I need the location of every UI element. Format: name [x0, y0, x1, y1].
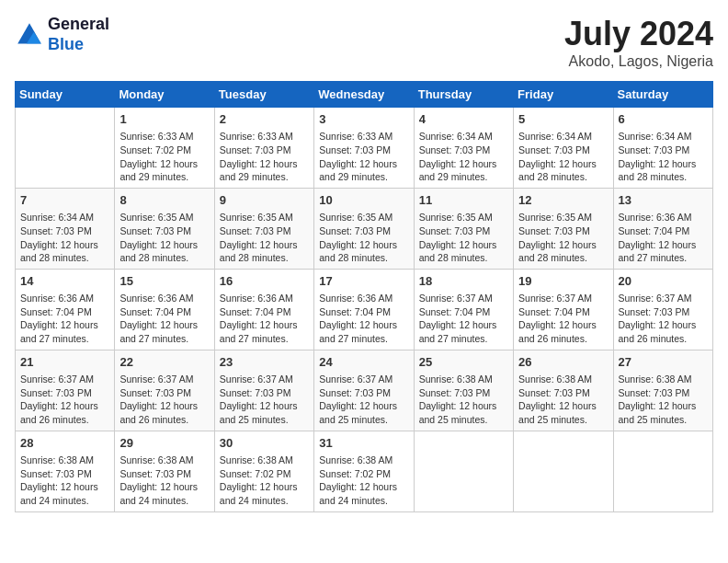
day-number: 15	[119, 273, 209, 290]
day-info: Sunrise: 6:36 AM Sunset: 7:04 PM Dayligh…	[119, 292, 209, 346]
day-number: 22	[119, 354, 209, 371]
day-number: 2	[220, 111, 309, 128]
day-info: Sunrise: 6:37 AM Sunset: 7:03 PM Dayligh…	[220, 373, 309, 427]
day-number: 29	[119, 435, 209, 452]
calendar-cell: 25Sunrise: 6:38 AM Sunset: 7:03 PM Dayli…	[414, 350, 513, 431]
calendar-cell: 21Sunrise: 6:37 AM Sunset: 7:03 PM Dayli…	[16, 350, 115, 431]
day-number: 23	[220, 354, 309, 371]
calendar-cell	[414, 431, 513, 511]
calendar-cell: 18Sunrise: 6:37 AM Sunset: 7:04 PM Dayli…	[414, 269, 513, 350]
day-number: 20	[619, 273, 708, 290]
day-info: Sunrise: 6:34 AM Sunset: 7:03 PM Dayligh…	[20, 211, 109, 265]
day-info: Sunrise: 6:36 AM Sunset: 7:04 PM Dayligh…	[220, 292, 309, 346]
day-info: Sunrise: 6:37 AM Sunset: 7:03 PM Dayligh…	[319, 373, 408, 427]
day-number: 25	[419, 354, 508, 371]
week-row-3: 14Sunrise: 6:36 AM Sunset: 7:04 PM Dayli…	[16, 269, 713, 350]
day-number: 13	[619, 192, 708, 209]
column-header-wednesday: Wednesday	[314, 82, 414, 108]
calendar-cell: 8Sunrise: 6:35 AM Sunset: 7:03 PM Daylig…	[115, 188, 214, 269]
calendar-cell: 30Sunrise: 6:38 AM Sunset: 7:02 PM Dayli…	[214, 431, 313, 511]
calendar-cell: 22Sunrise: 6:37 AM Sunset: 7:03 PM Dayli…	[115, 350, 214, 431]
day-number: 28	[20, 435, 109, 452]
calendar-cell: 20Sunrise: 6:37 AM Sunset: 7:03 PM Dayli…	[613, 269, 712, 350]
day-info: Sunrise: 6:36 AM Sunset: 7:04 PM Dayligh…	[619, 211, 708, 265]
calendar-cell	[613, 431, 712, 511]
day-number: 27	[619, 354, 708, 371]
day-number: 31	[319, 435, 408, 452]
calendar-cell: 27Sunrise: 6:38 AM Sunset: 7:03 PM Dayli…	[613, 350, 712, 431]
month-year-title: July 2024	[564, 15, 713, 53]
day-number: 9	[220, 192, 309, 209]
day-info: Sunrise: 6:35 AM Sunset: 7:03 PM Dayligh…	[518, 211, 608, 265]
title-section: July 2024 Akodo, Lagos, Nigeria	[564, 15, 713, 70]
calendar-cell: 13Sunrise: 6:36 AM Sunset: 7:04 PM Dayli…	[613, 188, 712, 269]
calendar-cell: 17Sunrise: 6:36 AM Sunset: 7:04 PM Dayli…	[314, 269, 414, 350]
calendar-cell: 5Sunrise: 6:34 AM Sunset: 7:03 PM Daylig…	[514, 108, 613, 189]
week-row-2: 7Sunrise: 6:34 AM Sunset: 7:03 PM Daylig…	[16, 188, 713, 269]
calendar-cell: 28Sunrise: 6:38 AM Sunset: 7:03 PM Dayli…	[16, 431, 115, 511]
logo-text-blue: Blue	[48, 35, 109, 55]
day-info: Sunrise: 6:34 AM Sunset: 7:03 PM Dayligh…	[419, 130, 508, 184]
day-number: 10	[319, 192, 408, 209]
day-info: Sunrise: 6:38 AM Sunset: 7:03 PM Dayligh…	[619, 373, 708, 427]
day-info: Sunrise: 6:34 AM Sunset: 7:03 PM Dayligh…	[518, 130, 608, 184]
calendar-cell: 2Sunrise: 6:33 AM Sunset: 7:03 PM Daylig…	[214, 108, 313, 189]
calendar-table: SundayMondayTuesdayWednesdayThursdayFrid…	[15, 81, 713, 512]
day-info: Sunrise: 6:38 AM Sunset: 7:03 PM Dayligh…	[518, 373, 608, 427]
day-info: Sunrise: 6:35 AM Sunset: 7:03 PM Dayligh…	[419, 211, 508, 265]
day-number: 17	[319, 273, 408, 290]
logo-text-general: General	[48, 15, 109, 35]
day-info: Sunrise: 6:38 AM Sunset: 7:03 PM Dayligh…	[119, 454, 209, 508]
calendar-cell: 29Sunrise: 6:38 AM Sunset: 7:03 PM Dayli…	[115, 431, 214, 511]
calendar-cell: 12Sunrise: 6:35 AM Sunset: 7:03 PM Dayli…	[514, 188, 613, 269]
days-header-row: SundayMondayTuesdayWednesdayThursdayFrid…	[16, 82, 713, 108]
logo: General Blue	[15, 15, 109, 54]
column-header-friday: Friday	[514, 82, 613, 108]
calendar-cell: 1Sunrise: 6:33 AM Sunset: 7:02 PM Daylig…	[115, 108, 214, 189]
day-number: 6	[619, 111, 708, 128]
day-info: Sunrise: 6:38 AM Sunset: 7:03 PM Dayligh…	[20, 454, 109, 508]
column-header-sunday: Sunday	[16, 82, 115, 108]
day-number: 16	[220, 273, 309, 290]
day-info: Sunrise: 6:38 AM Sunset: 7:02 PM Dayligh…	[220, 454, 309, 508]
calendar-cell: 26Sunrise: 6:38 AM Sunset: 7:03 PM Dayli…	[514, 350, 613, 431]
day-number: 18	[419, 273, 508, 290]
column-header-saturday: Saturday	[613, 82, 712, 108]
day-info: Sunrise: 6:38 AM Sunset: 7:03 PM Dayligh…	[419, 373, 508, 427]
calendar-cell	[514, 431, 613, 511]
day-info: Sunrise: 6:37 AM Sunset: 7:03 PM Dayligh…	[619, 292, 708, 346]
day-number: 26	[518, 354, 608, 371]
location-subtitle: Akodo, Lagos, Nigeria	[564, 53, 713, 70]
day-number: 1	[119, 111, 209, 128]
calendar-cell: 31Sunrise: 6:38 AM Sunset: 7:02 PM Dayli…	[314, 431, 414, 511]
day-number: 7	[20, 192, 109, 209]
calendar-cell: 15Sunrise: 6:36 AM Sunset: 7:04 PM Dayli…	[115, 269, 214, 350]
calendar-cell: 9Sunrise: 6:35 AM Sunset: 7:03 PM Daylig…	[214, 188, 313, 269]
column-header-tuesday: Tuesday	[214, 82, 313, 108]
day-number: 30	[220, 435, 309, 452]
day-number: 5	[518, 111, 608, 128]
day-info: Sunrise: 6:33 AM Sunset: 7:02 PM Dayligh…	[119, 130, 209, 184]
day-info: Sunrise: 6:33 AM Sunset: 7:03 PM Dayligh…	[319, 130, 408, 184]
day-info: Sunrise: 6:36 AM Sunset: 7:04 PM Dayligh…	[20, 292, 109, 346]
day-info: Sunrise: 6:35 AM Sunset: 7:03 PM Dayligh…	[319, 211, 408, 265]
calendar-cell: 19Sunrise: 6:37 AM Sunset: 7:04 PM Dayli…	[514, 269, 613, 350]
day-number: 21	[20, 354, 109, 371]
logo-icon	[15, 20, 44, 50]
day-number: 19	[518, 273, 608, 290]
calendar-cell	[16, 108, 115, 189]
column-header-thursday: Thursday	[414, 82, 513, 108]
calendar-cell: 6Sunrise: 6:34 AM Sunset: 7:03 PM Daylig…	[613, 108, 712, 189]
calendar-cell: 4Sunrise: 6:34 AM Sunset: 7:03 PM Daylig…	[414, 108, 513, 189]
day-info: Sunrise: 6:37 AM Sunset: 7:04 PM Dayligh…	[518, 292, 608, 346]
day-info: Sunrise: 6:35 AM Sunset: 7:03 PM Dayligh…	[119, 211, 209, 265]
calendar-cell: 10Sunrise: 6:35 AM Sunset: 7:03 PM Dayli…	[314, 188, 414, 269]
calendar-cell: 24Sunrise: 6:37 AM Sunset: 7:03 PM Dayli…	[314, 350, 414, 431]
day-info: Sunrise: 6:37 AM Sunset: 7:03 PM Dayligh…	[119, 373, 209, 427]
day-number: 11	[419, 192, 508, 209]
calendar-cell: 7Sunrise: 6:34 AM Sunset: 7:03 PM Daylig…	[16, 188, 115, 269]
day-info: Sunrise: 6:37 AM Sunset: 7:04 PM Dayligh…	[419, 292, 508, 346]
day-info: Sunrise: 6:36 AM Sunset: 7:04 PM Dayligh…	[319, 292, 408, 346]
week-row-5: 28Sunrise: 6:38 AM Sunset: 7:03 PM Dayli…	[16, 431, 713, 511]
day-info: Sunrise: 6:33 AM Sunset: 7:03 PM Dayligh…	[220, 130, 309, 184]
